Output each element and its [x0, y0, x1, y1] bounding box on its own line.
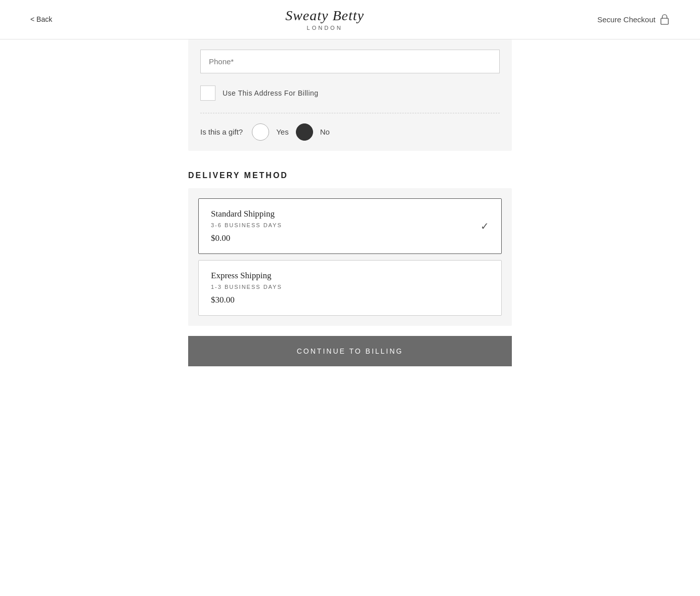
express-shipping-price: $30.00 — [211, 295, 489, 305]
delivery-section-title: DELIVERY METHOD — [188, 171, 512, 180]
brand-logo: Sweaty Betty LONDON — [285, 8, 364, 31]
secure-checkout: Secure Checkout — [597, 14, 670, 25]
brand-title: Sweaty Betty — [285, 8, 364, 24]
billing-checkbox[interactable] — [200, 86, 215, 101]
lock-icon — [660, 14, 670, 25]
svg-rect-0 — [661, 19, 669, 25]
back-link[interactable]: < Back — [30, 15, 52, 23]
brand-subtitle: LONDON — [285, 25, 364, 31]
gift-row: Is this a gift? Yes No — [200, 123, 500, 141]
section-divider — [200, 113, 500, 113]
no-radio[interactable] — [296, 123, 313, 141]
form-section: Use This Address For Billing Is this a g… — [188, 39, 512, 151]
phone-input[interactable] — [200, 50, 500, 73]
page-header: < Back Sweaty Betty LONDON Secure Checko… — [0, 0, 700, 39]
express-shipping-option[interactable]: Express Shipping 1-3 BUSINESS DAYS $30.0… — [198, 260, 502, 316]
gift-question: Is this a gift? — [200, 127, 243, 136]
standard-shipping-days: 3-6 BUSINESS DAYS — [211, 222, 489, 228]
delivery-options-container: Standard Shipping 3-6 BUSINESS DAYS $0.0… — [188, 188, 512, 326]
yes-label: Yes — [276, 127, 288, 136]
standard-shipping-option[interactable]: Standard Shipping 3-6 BUSINESS DAYS $0.0… — [198, 198, 502, 254]
express-shipping-name: Express Shipping — [211, 271, 489, 281]
continue-to-billing-button[interactable]: CONTINUE TO BILLING — [188, 336, 512, 366]
express-shipping-days: 1-3 BUSINESS DAYS — [211, 284, 489, 290]
billing-checkbox-label: Use This Address For Billing — [223, 89, 319, 97]
yes-radio[interactable] — [252, 123, 269, 141]
standard-shipping-checkmark: ✓ — [480, 220, 489, 232]
standard-shipping-price: $0.00 — [211, 233, 489, 243]
standard-shipping-name: Standard Shipping — [211, 209, 489, 219]
billing-checkbox-row: Use This Address For Billing — [200, 86, 500, 101]
secure-checkout-label: Secure Checkout — [597, 15, 655, 24]
no-label: No — [320, 127, 330, 136]
main-content: Use This Address For Billing Is this a g… — [168, 39, 532, 366]
